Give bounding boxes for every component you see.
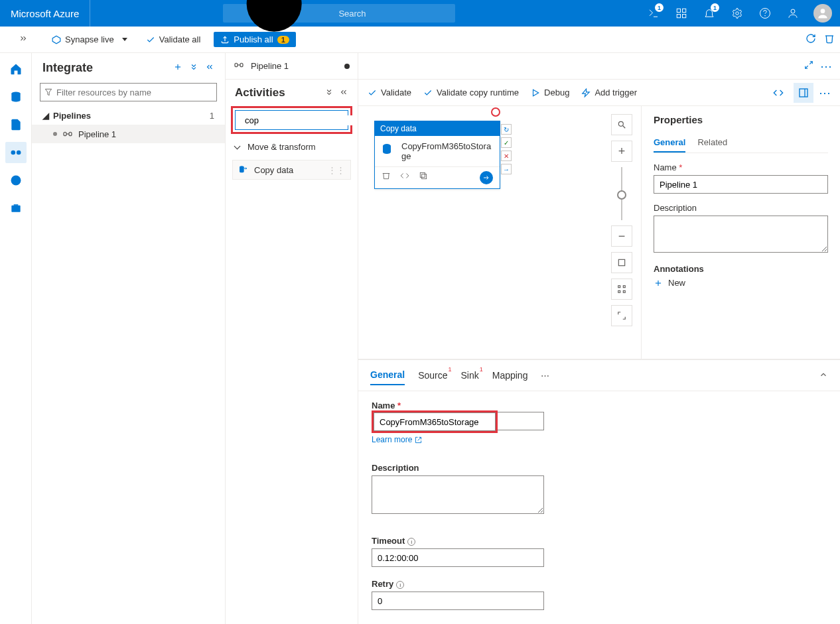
publish-all-label: Publish all	[234, 34, 273, 44]
validate-copy-runtime-button[interactable]: Validate copy runtime	[423, 88, 519, 97]
validate-button[interactable]: Validate	[368, 88, 411, 97]
activity-name-input[interactable]	[374, 412, 496, 431]
publish-all-button[interactable]: Publish all 1	[214, 32, 295, 47]
activities-search-input[interactable]	[245, 115, 356, 125]
code-view-icon[interactable]	[768, 83, 788, 103]
fit-screen-icon[interactable]	[611, 252, 632, 273]
tab-related[interactable]: Related	[697, 133, 727, 153]
auto-align-icon[interactable]	[611, 279, 632, 300]
expand-all-icon[interactable]	[189, 62, 198, 74]
zoom-thumb[interactable]	[617, 190, 626, 200]
tab-source[interactable]: Source1	[418, 366, 447, 385]
synapse-live-dropdown[interactable]: Synapse live	[46, 32, 133, 47]
learn-more-link[interactable]: Learn more	[372, 435, 422, 444]
node-title: CopyFromM365toStorage	[401, 141, 494, 161]
drag-handle-icon[interactable]: ⋮⋮	[328, 165, 345, 175]
azure-topbar: Microsoft Azure 1 1	[0, 0, 840, 27]
rail-data[interactable]	[5, 86, 27, 107]
pipeline-tab[interactable]: Pipeline 1	[226, 53, 358, 80]
add-trigger-button[interactable]: Add trigger	[581, 88, 637, 97]
rail-monitor[interactable]	[5, 170, 27, 191]
validate-all-button[interactable]: Validate all	[141, 32, 206, 47]
collapse-activities-icon[interactable]	[339, 88, 348, 99]
global-search-input[interactable]	[338, 9, 450, 19]
tab-sink[interactable]: Sink1	[461, 366, 479, 385]
zoom-search-icon[interactable]	[611, 114, 632, 135]
retry-input[interactable]	[372, 592, 544, 610]
code-icon[interactable]	[400, 171, 409, 184]
brand[interactable]: Microsoft Azure	[0, 0, 90, 27]
retry-label: Retryi	[372, 579, 827, 589]
activities-search[interactable]	[235, 110, 348, 130]
expand-editor-icon[interactable]	[804, 60, 813, 72]
pipeline-canvas[interactable]: Copy data CopyFromM365toStorage	[358, 106, 641, 359]
svg-rect-48	[623, 290, 625, 292]
svg-point-18	[13, 178, 18, 183]
pipeline-tree-item[interactable]: Pipeline 1	[32, 125, 225, 143]
port-retry-icon[interactable]: ↻	[501, 124, 512, 135]
directories-icon[interactable]	[669, 0, 694, 27]
port-fail-icon[interactable]: ✕	[501, 151, 512, 161]
svg-rect-6	[683, 15, 686, 18]
svg-rect-15	[11, 151, 15, 155]
copy-data-node[interactable]: Copy data CopyFromM365toStorage	[374, 121, 500, 189]
timeout-input[interactable]	[372, 548, 544, 567]
collapse-settings-icon[interactable]	[819, 370, 828, 381]
rail-home[interactable]	[5, 58, 27, 80]
prop-description-input[interactable]	[654, 216, 828, 253]
clone-icon[interactable]	[419, 171, 428, 184]
filter-input[interactable]	[40, 83, 217, 101]
more-tabs-icon[interactable]: ⋯	[541, 371, 549, 381]
rail-develop[interactable]	[5, 114, 27, 135]
filter-resources[interactable]	[40, 83, 217, 101]
svg-marker-34	[533, 90, 539, 95]
port-completion-icon[interactable]: →	[501, 164, 512, 174]
settings-icon[interactable]	[725, 0, 750, 27]
global-search[interactable]	[223, 4, 455, 23]
svg-marker-22	[45, 89, 51, 95]
activity-copy-data[interactable]: Copy data ⋮⋮	[232, 160, 351, 180]
more-canvas-icon[interactable]: ⋯	[819, 86, 831, 100]
collapse-panel-icon[interactable]	[205, 62, 214, 74]
zoom-slider[interactable]	[621, 167, 622, 220]
properties-tabs: General Related	[654, 133, 828, 153]
more-editor-icon[interactable]: ⋯	[820, 59, 832, 74]
svg-rect-4	[683, 9, 686, 12]
pipelines-group[interactable]: ◢ Pipelines 1	[32, 107, 225, 125]
feedback-icon[interactable]	[780, 0, 805, 27]
open-icon[interactable]	[480, 171, 493, 184]
tab-general[interactable]: General	[654, 133, 685, 153]
help-icon[interactable]	[752, 0, 778, 27]
zoom-out-icon[interactable]: −	[611, 225, 632, 247]
properties-toggle-icon[interactable]	[794, 83, 813, 103]
timeout-label: Timeouti	[372, 536, 827, 546]
svg-rect-19	[11, 206, 20, 212]
port-success-icon[interactable]: ✓	[501, 137, 512, 148]
expand-rail-icon[interactable]	[19, 34, 28, 45]
synapse-live-label: Synapse live	[65, 34, 114, 44]
activity-group-move-transform[interactable]: Move & transform	[226, 137, 358, 157]
add-resource-icon[interactable]	[173, 62, 182, 74]
user-avatar[interactable]	[813, 4, 832, 23]
new-annotation-button[interactable]: New	[654, 278, 828, 288]
prop-name-input[interactable]	[654, 175, 828, 194]
cloudshell-icon[interactable]: 1	[641, 0, 666, 27]
delete-icon[interactable]	[382, 171, 391, 184]
zoom-in-icon[interactable]: +	[611, 141, 632, 162]
notifications-icon[interactable]: 1	[697, 0, 722, 27]
rail-manage[interactable]	[5, 198, 27, 219]
svg-rect-27	[240, 63, 243, 66]
activity-description-input[interactable]	[372, 475, 544, 514]
svg-point-7	[736, 12, 739, 15]
notifications-badge: 1	[711, 3, 719, 12]
tab-mapping[interactable]: Mapping	[492, 366, 528, 385]
refresh-icon[interactable]	[805, 33, 816, 46]
expand-activities-icon[interactable]	[324, 88, 334, 99]
fullscreen-icon[interactable]	[611, 305, 632, 326]
discard-icon[interactable]	[824, 33, 835, 46]
rail-integrate[interactable]	[5, 142, 27, 163]
debug-button[interactable]: Debug	[531, 88, 569, 97]
copy-data-icon	[238, 164, 249, 175]
tab-general[interactable]: General	[370, 365, 405, 385]
svg-rect-16	[16, 151, 21, 155]
